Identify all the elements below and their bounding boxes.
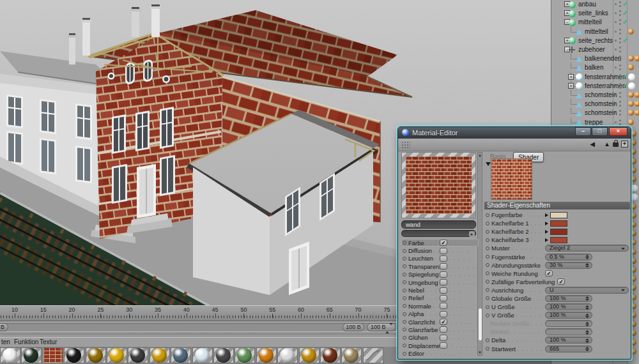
tree-row[interactable]: +seite_links✓ xyxy=(551,9,639,18)
material-chip-icon[interactable] xyxy=(631,312,636,318)
visibility-dot-icon[interactable] xyxy=(619,119,621,121)
channel-checkbox[interactable] xyxy=(440,263,447,269)
material-swatch[interactable] xyxy=(86,347,106,363)
channel-checkbox[interactable] xyxy=(440,271,447,278)
visibility-dot-icon[interactable] xyxy=(615,3,617,5)
texture-browse-icon[interactable]: ▸ xyxy=(469,231,475,237)
color-expand-icon[interactable] xyxy=(545,230,548,234)
material-chip-icon[interactable] xyxy=(628,110,634,116)
shader-thumbnail[interactable] xyxy=(491,159,532,199)
visibility-dot-icon[interactable] xyxy=(619,1,621,3)
channel-row[interactable]: Displacement. . . . . . . . xyxy=(401,342,479,349)
visibility-dot-icon[interactable] xyxy=(619,50,621,52)
channel-checkbox[interactable] xyxy=(440,326,447,333)
material-chip-icon[interactable] xyxy=(631,340,636,345)
channel-checkbox[interactable] xyxy=(440,279,447,285)
spinner[interactable]: 0.5 % xyxy=(545,254,592,261)
material-swatch[interactable] xyxy=(299,347,320,363)
material-swatch[interactable] xyxy=(235,347,255,363)
material-swatch[interactable] xyxy=(128,347,148,363)
tree-row[interactable]: schomstein xyxy=(551,100,639,109)
visibility-dot-icon[interactable] xyxy=(619,110,621,112)
add-icon[interactable]: + xyxy=(621,140,628,148)
visibility-dot-icon[interactable] xyxy=(615,21,617,23)
visibility-dot-icon[interactable] xyxy=(619,5,621,7)
visibility-dot-icon[interactable] xyxy=(615,85,617,87)
channel-row[interactable]: Glanzlicht. . . . . . . .✓ xyxy=(401,318,479,326)
material-chip-icon[interactable] xyxy=(631,330,636,336)
channel-row[interactable]: Relief. . . . . . . . xyxy=(401,294,479,302)
color-expand-icon[interactable] xyxy=(545,222,548,225)
minimize-button[interactable]: – xyxy=(575,127,591,136)
back-arrow-icon[interactable]: ◀ xyxy=(590,140,595,148)
channel-checkbox[interactable] xyxy=(440,295,447,301)
channel-checkbox[interactable]: ✓ xyxy=(440,239,447,246)
visibility-dot-icon[interactable] xyxy=(619,33,621,34)
color-expand-icon[interactable] xyxy=(545,238,548,242)
material-chip-icon[interactable] xyxy=(631,285,636,291)
visibility-dot-icon[interactable] xyxy=(619,14,621,16)
visibility-dot-icon[interactable] xyxy=(619,68,621,70)
material-chip-icon[interactable] xyxy=(628,73,635,80)
tree-row[interactable]: -mittelteil✓ xyxy=(551,18,639,27)
menu-item-partial[interactable]: ten xyxy=(1,338,10,345)
menu-item-textur[interactable]: Textur xyxy=(40,338,57,345)
visibility-dot-icon[interactable] xyxy=(619,101,621,103)
channel-checkbox[interactable] xyxy=(440,248,447,254)
channel-row[interactable]: Diffusion. . . . . . . . xyxy=(401,246,479,254)
scrollbar-thumb[interactable] xyxy=(479,308,482,340)
visibility-dot-icon[interactable] xyxy=(615,94,617,96)
drag-grip-icon[interactable] xyxy=(401,141,410,148)
channel-row[interactable]: Normale. . . . . . . . xyxy=(401,302,479,310)
channel-checkbox[interactable] xyxy=(440,287,447,294)
material-chip-icon[interactable] xyxy=(635,92,639,98)
color-swatch[interactable] xyxy=(550,220,567,227)
material-chip-icon[interactable] xyxy=(631,213,636,218)
material-chip-icon[interactable] xyxy=(631,249,636,255)
channel-row[interactable]: Nebel. . . . . . . . xyxy=(401,286,479,294)
material-chip-icon[interactable] xyxy=(635,101,639,107)
dropdown[interactable]: Ziegel 2 xyxy=(545,245,629,252)
visibility-dot-icon[interactable] xyxy=(619,83,621,85)
menu-item-funktion[interactable]: Funktion xyxy=(14,338,38,345)
close-button[interactable]: × xyxy=(609,127,627,136)
channel-row[interactable]: Editor. . . . . . . . xyxy=(401,349,479,357)
visibility-dot-icon[interactable] xyxy=(619,96,621,98)
material-name-field[interactable]: wand xyxy=(401,220,476,229)
color-expand-icon[interactable] xyxy=(545,213,548,217)
channel-checkbox[interactable] xyxy=(440,303,447,309)
material-chip-icon[interactable] xyxy=(631,193,638,201)
material-chip-icon[interactable] xyxy=(631,303,636,309)
material-chip-icon[interactable] xyxy=(631,176,636,182)
material-chip-icon[interactable] xyxy=(628,101,634,107)
spinner-arrows-icon[interactable] xyxy=(585,263,589,268)
material-swatch[interactable] xyxy=(21,347,42,363)
material-swatch[interactable] xyxy=(277,347,298,363)
scroll-up-icon[interactable]: ▲ xyxy=(478,153,482,157)
spinner-arrows-icon[interactable] xyxy=(585,255,589,259)
material-chip-icon[interactable] xyxy=(631,158,636,164)
visibility-dot-icon[interactable] xyxy=(615,49,617,50)
material-preview[interactable] xyxy=(401,152,476,218)
channel-row[interactable]: Glühen. . . . . . . . xyxy=(401,334,479,342)
material-chip-icon[interactable] xyxy=(631,258,636,264)
visibility-dot-icon[interactable] xyxy=(615,121,617,123)
material-chip-icon[interactable] xyxy=(631,294,636,300)
visibility-dot-icon[interactable] xyxy=(619,78,621,80)
channel-row[interactable]: Transparenz. . . . . . . . xyxy=(401,262,479,270)
tree-row[interactable]: +fensterrahmen✓ xyxy=(551,73,639,82)
range-start-handle[interactable]: 0 B xyxy=(0,323,8,331)
visibility-dot-icon[interactable] xyxy=(615,76,617,78)
tree-row[interactable]: mittelteil xyxy=(551,27,639,36)
channel-row[interactable]: Umgebung. . . . . . . . xyxy=(401,278,479,286)
channel-checkbox[interactable] xyxy=(440,342,447,349)
tree-row[interactable]: +seite_rechts✓ xyxy=(551,36,639,45)
tree-row[interactable]: +fensterrahmen✓ xyxy=(551,82,639,91)
channel-row[interactable]: Farbe. . . . . . . .✓ xyxy=(401,239,479,246)
material-swatch[interactable] xyxy=(43,347,63,363)
material-swatch[interactable] xyxy=(192,347,213,363)
visibility-dot-icon[interactable] xyxy=(615,40,617,42)
material-chip-icon[interactable] xyxy=(631,204,636,209)
channel-checkbox[interactable] xyxy=(440,311,447,317)
property-checkbox[interactable]: ✓ xyxy=(557,278,565,285)
